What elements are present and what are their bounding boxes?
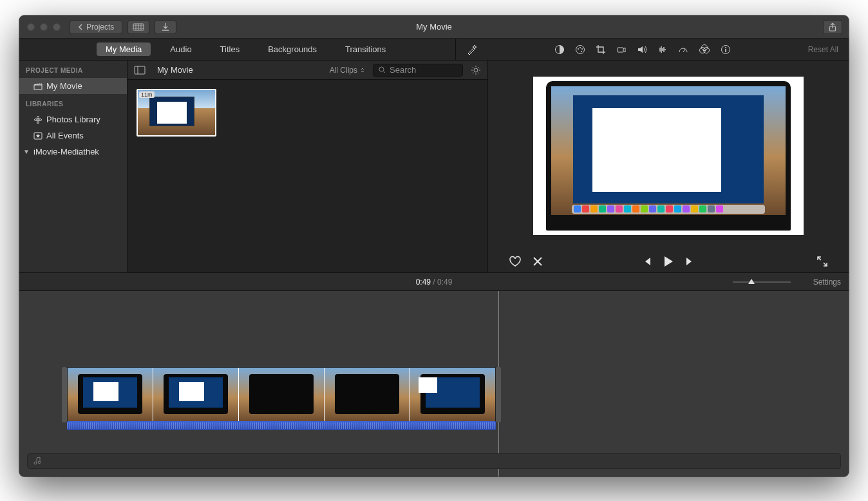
- timeline-settings-button[interactable]: Settings: [813, 278, 841, 287]
- half-circle-icon: [554, 44, 565, 55]
- clip-library-button[interactable]: [127, 20, 149, 34]
- import-button[interactable]: [155, 20, 176, 34]
- info-button[interactable]: [721, 44, 731, 55]
- music-note-icon: [33, 457, 41, 466]
- layout-icon: [134, 66, 146, 75]
- svg-point-13: [725, 47, 726, 48]
- imovie-window: Projects My Movie My Media Audio Titles: [19, 15, 849, 477]
- timeline-clip[interactable]: [62, 367, 501, 422]
- heart-icon: [509, 256, 522, 267]
- svg-point-7: [581, 51, 582, 52]
- share-button[interactable]: [823, 20, 842, 34]
- zoom-slider[interactable]: [733, 279, 791, 285]
- palette-icon: [575, 44, 585, 55]
- enhance-wand-button[interactable]: [466, 44, 478, 55]
- clip-filmstrip: [67, 367, 496, 422]
- crop-button[interactable]: [596, 44, 606, 55]
- speaker-icon: [637, 44, 647, 55]
- stabilization-button[interactable]: [616, 44, 627, 55]
- current-time: 0:49: [416, 278, 431, 287]
- overlapping-circles-icon: [699, 44, 710, 55]
- speed-button[interactable]: [678, 44, 688, 55]
- star-box-icon: [33, 131, 42, 140]
- color-correction-button[interactable]: [575, 44, 585, 55]
- reject-button[interactable]: [532, 256, 543, 267]
- browser-settings-button[interactable]: [471, 65, 481, 75]
- sidebar-item-label: Photos Library: [46, 115, 100, 124]
- adjust-icons: [554, 44, 731, 55]
- filters-button[interactable]: [699, 44, 710, 55]
- fullscreen-button[interactable]: [816, 256, 828, 267]
- favorite-button[interactable]: [509, 256, 522, 267]
- search-input[interactable]: Search: [373, 64, 463, 77]
- sidebar-item-mediathek[interactable]: ▼ iMovie-Mediathek: [19, 144, 127, 160]
- svg-rect-8: [618, 48, 623, 52]
- adjust-toolbar: Reset All: [456, 39, 849, 60]
- svg-point-17: [37, 116, 39, 118]
- svg-point-20: [39, 118, 42, 120]
- window-controls: [27, 23, 61, 31]
- reset-all-button[interactable]: Reset All: [808, 45, 838, 54]
- info-icon: [721, 44, 731, 55]
- sidebar-item-label: iMovie-Mediathek: [33, 147, 99, 156]
- clip-duration-badge: 11m: [139, 91, 155, 98]
- svg-point-25: [38, 461, 41, 464]
- svg-point-6: [581, 48, 583, 50]
- layout-toggle-button[interactable]: [134, 66, 146, 75]
- clip-thumbnail[interactable]: 11m: [137, 89, 216, 137]
- share-icon: [829, 23, 836, 32]
- color-balance-button[interactable]: [554, 44, 565, 55]
- svg-point-23: [379, 67, 384, 71]
- skip-forward-icon: [684, 256, 695, 267]
- svg-rect-14: [726, 49, 727, 52]
- camera-icon: [616, 44, 627, 55]
- playback-controls: [506, 248, 831, 267]
- close-button[interactable]: [27, 23, 35, 31]
- main-area: PROJECT MEDIA My Movie LIBRARIES Photos …: [19, 61, 849, 273]
- prev-button[interactable]: [642, 256, 652, 267]
- timeline[interactable]: [19, 291, 849, 477]
- svg-rect-22: [135, 66, 145, 74]
- tab-my-media[interactable]: My Media: [97, 43, 151, 56]
- play-button[interactable]: [663, 255, 674, 268]
- sidebar-item-all-events[interactable]: All Events: [19, 128, 127, 144]
- projects-label: Projects: [86, 23, 114, 32]
- next-button[interactable]: [684, 256, 695, 267]
- filmstrip-icon: [133, 23, 144, 31]
- music-track[interactable]: [27, 453, 841, 469]
- volume-button[interactable]: [637, 44, 647, 55]
- svg-point-19: [35, 118, 37, 120]
- zoom-knob-icon[interactable]: [748, 279, 755, 285]
- projects-back-button[interactable]: Projects: [70, 20, 122, 34]
- noise-eq-button[interactable]: [657, 44, 668, 55]
- tab-titles[interactable]: Titles: [211, 43, 249, 56]
- skip-back-icon: [642, 256, 652, 267]
- preview-frame: [533, 77, 804, 235]
- clip-trim-right-handle[interactable]: [496, 367, 501, 422]
- clips-filter-dropdown[interactable]: All Clips: [330, 66, 365, 75]
- clip-audio-waveform[interactable]: [67, 421, 496, 430]
- timeline-header: 0:49 / 0:49 Settings: [19, 273, 849, 291]
- flower-icon: [33, 115, 42, 124]
- tab-transitions[interactable]: Transitions: [336, 43, 395, 56]
- viewer-panel: [488, 61, 849, 272]
- clapper-icon: [33, 82, 42, 91]
- expand-icon: [816, 256, 828, 267]
- clip-trim-left-handle[interactable]: [62, 367, 67, 422]
- disclosure-triangle-icon[interactable]: ▼: [23, 148, 30, 155]
- filter-label: All Clips: [330, 66, 357, 75]
- sidebar-item-label: All Events: [46, 131, 84, 140]
- sidebar-item-my-movie[interactable]: My Movie: [19, 78, 127, 94]
- sidebar-item-photos-library[interactable]: Photos Library: [19, 111, 127, 128]
- minimize-button[interactable]: [40, 23, 48, 31]
- play-icon: [663, 255, 674, 268]
- svg-point-4: [578, 48, 579, 50]
- zoom-button[interactable]: [53, 23, 61, 31]
- browser-toolbar: My Movie All Clips Search: [127, 61, 487, 80]
- updown-chevron-icon: [360, 67, 365, 73]
- titlebar: Projects My Movie: [19, 15, 849, 39]
- tab-audio[interactable]: Audio: [161, 43, 200, 56]
- crop-icon: [596, 44, 606, 55]
- tab-backgrounds[interactable]: Backgrounds: [259, 43, 326, 56]
- sidebar-item-label: My Movie: [46, 81, 82, 91]
